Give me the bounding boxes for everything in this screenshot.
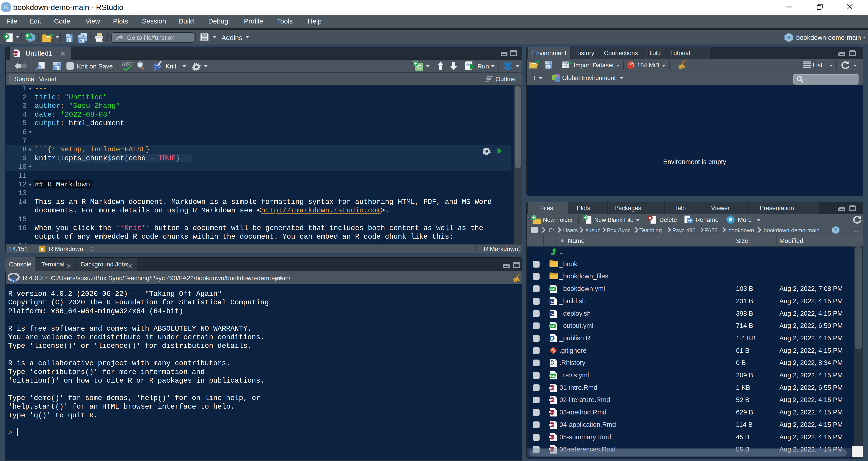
svg-text:R: R bbox=[834, 227, 837, 232]
svg-text:YML: YML bbox=[549, 374, 556, 377]
svg-text:R: R bbox=[11, 275, 18, 284]
svg-text:R: R bbox=[787, 34, 791, 40]
svg-text:R: R bbox=[4, 3, 8, 11]
svg-text:s: s bbox=[550, 300, 552, 303]
svg-text:Rmd: Rmd bbox=[549, 386, 555, 389]
svg-text:Rmd: Rmd bbox=[549, 411, 555, 414]
svg-text:YML: YML bbox=[549, 325, 556, 328]
svg-text:Rmd: Rmd bbox=[549, 436, 555, 439]
svg-text:s: s bbox=[550, 312, 552, 316]
svg-text:Rmd: Rmd bbox=[549, 398, 555, 402]
svg-text:R: R bbox=[551, 337, 553, 340]
svg-text:Rmd: Rmd bbox=[549, 423, 555, 426]
svg-text:YML: YML bbox=[549, 287, 556, 291]
svg-text:Rmd: Rmd bbox=[13, 52, 19, 55]
